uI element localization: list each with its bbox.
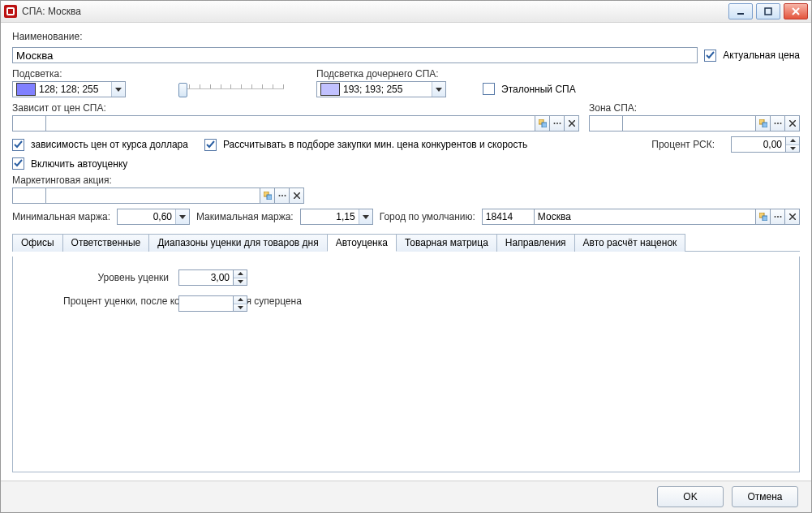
ellipsis-icon[interactable] xyxy=(275,188,290,204)
lookup-icon[interactable] xyxy=(535,115,550,131)
spin-up-icon[interactable] xyxy=(234,296,247,304)
max-margin-value: 1,15 xyxy=(301,211,359,222)
marketing-field[interactable] xyxy=(12,188,304,204)
dollar-dependency-checkbox[interactable]: зависимость цен от курса доллара xyxy=(12,139,188,151)
rsk-input[interactable] xyxy=(731,136,800,153)
zone-field[interactable] xyxy=(589,115,800,131)
tab-auto-eval[interactable]: Автоуценка xyxy=(327,234,397,252)
tab-directions[interactable]: Направления xyxy=(496,234,575,252)
spin-up-icon[interactable] xyxy=(234,270,247,278)
highlight-slider[interactable] xyxy=(178,80,284,96)
check-icon xyxy=(704,50,716,62)
eval-level-input[interactable] xyxy=(178,269,247,286)
default-city-name[interactable]: Москва xyxy=(534,209,756,225)
svg-marker-30 xyxy=(363,215,369,219)
ellipsis-icon[interactable] xyxy=(550,115,565,131)
marketing-label: Маркетинговая акция: xyxy=(12,175,800,186)
tab-auto-markup[interactable]: Авто расчёт наценок xyxy=(574,234,686,252)
actual-price-label: Актуальная цена xyxy=(723,50,800,61)
clear-icon[interactable] xyxy=(785,209,800,225)
check-icon xyxy=(204,139,217,151)
lookup-icon[interactable] xyxy=(260,188,275,204)
svg-point-15 xyxy=(774,123,775,124)
svg-point-10 xyxy=(559,123,561,124)
super-price-label: Процент уценки, после которого ставится … xyxy=(63,295,169,307)
min-margin-value: 0,60 xyxy=(118,211,175,222)
tab-matrix[interactable]: Товарная матрица xyxy=(396,234,497,252)
window-title: СПА: Москва xyxy=(22,6,728,17)
chevron-down-icon[interactable] xyxy=(359,209,372,224)
chevron-down-icon[interactable] xyxy=(111,82,125,97)
clear-icon[interactable] xyxy=(785,115,800,131)
spin-down-icon[interactable] xyxy=(234,278,247,286)
spin-up-icon[interactable] xyxy=(786,137,799,144)
svg-point-17 xyxy=(780,123,781,124)
svg-rect-32 xyxy=(763,216,767,221)
check-icon xyxy=(12,139,24,151)
calc-pick-checkbox[interactable]: Рассчитывать в подборе закупки мин. цена… xyxy=(204,139,527,151)
actual-price-checkbox[interactable]: Актуальная цена xyxy=(704,50,800,62)
svg-marker-20 xyxy=(790,139,796,142)
svg-marker-5 xyxy=(436,88,442,92)
svg-point-16 xyxy=(777,123,779,124)
cancel-button[interactable]: Отмена xyxy=(732,486,798,507)
lookup-icon[interactable] xyxy=(756,209,771,225)
chevron-down-icon[interactable] xyxy=(432,82,445,97)
clear-icon[interactable] xyxy=(290,188,304,204)
svg-rect-14 xyxy=(763,123,767,127)
maximize-button[interactable] xyxy=(756,3,780,19)
highlight-self-combo[interactable]: 128; 128; 255 xyxy=(12,81,126,97)
spin-down-icon[interactable] xyxy=(786,144,799,153)
calc-pick-label: Рассчитывать в подборе закупки мин. цена… xyxy=(223,139,527,150)
ellipsis-icon[interactable] xyxy=(771,115,785,131)
super-price-input[interactable] xyxy=(178,295,247,312)
name-input[interactable] xyxy=(12,47,698,63)
max-margin-label: Макимальная маржа: xyxy=(196,211,294,222)
svg-point-26 xyxy=(284,195,286,196)
svg-point-34 xyxy=(777,216,779,218)
svg-point-24 xyxy=(278,195,280,196)
zone-label: Зона СПА: xyxy=(589,102,800,114)
dollar-dependency-label: зависимость цен от курса доллара xyxy=(31,139,188,150)
min-margin-combo[interactable]: 0,60 xyxy=(117,209,190,225)
svg-rect-7 xyxy=(542,123,547,127)
tab-strip: Офисы Ответственные Диапазоны уценки для… xyxy=(12,233,800,252)
depends-label: Зависит от цен СПА: xyxy=(12,102,579,114)
chevron-down-icon[interactable] xyxy=(175,209,189,224)
check-icon xyxy=(483,83,495,95)
tab-discount-ranges[interactable]: Диапазоны уценки для товаров дня xyxy=(148,234,327,252)
svg-point-33 xyxy=(774,216,775,218)
name-label: Наименование: xyxy=(12,31,800,42)
depends-field[interactable] xyxy=(12,115,579,131)
tab-responsible[interactable]: Ответственные xyxy=(62,234,150,252)
svg-marker-39 xyxy=(238,280,243,283)
titlebar: СПА: Москва xyxy=(1,1,811,23)
svg-point-35 xyxy=(780,216,781,218)
svg-rect-23 xyxy=(267,195,272,200)
color-swatch-icon xyxy=(320,83,340,96)
etalon-checkbox[interactable]: Эталонный СПА xyxy=(483,83,576,95)
color-swatch-icon xyxy=(16,83,36,96)
lookup-icon[interactable] xyxy=(756,115,771,131)
default-city-field[interactable]: 18414 Москва xyxy=(482,209,800,225)
default-city-code[interactable]: 18414 xyxy=(482,209,534,225)
tab-offices[interactable]: Офисы xyxy=(12,234,63,252)
clear-icon[interactable] xyxy=(565,115,579,131)
auto-eval-label: Включить автоуценку xyxy=(31,158,127,170)
svg-point-9 xyxy=(556,123,558,124)
close-button[interactable] xyxy=(784,3,808,19)
dialog-footer: OK Отмена xyxy=(1,481,811,512)
eval-level-label: Уровень уценки xyxy=(63,272,169,283)
spin-down-icon[interactable] xyxy=(234,304,247,312)
tab-pane-auto-eval: Уровень уценки Процент уценки, после кот… xyxy=(12,256,800,472)
svg-marker-4 xyxy=(115,88,122,92)
ok-button[interactable]: OK xyxy=(657,486,724,507)
highlight-self-label: Подсветка: xyxy=(12,68,146,80)
ellipsis-icon[interactable] xyxy=(771,209,785,225)
max-margin-combo[interactable]: 1,15 xyxy=(300,209,373,225)
highlight-child-combo[interactable]: 193; 193; 255 xyxy=(316,81,446,97)
default-city-label: Город по умолчанию: xyxy=(380,211,475,222)
auto-eval-checkbox[interactable]: Включить автоуценку xyxy=(12,157,800,170)
minimize-button[interactable] xyxy=(728,3,753,19)
svg-marker-29 xyxy=(179,215,186,219)
